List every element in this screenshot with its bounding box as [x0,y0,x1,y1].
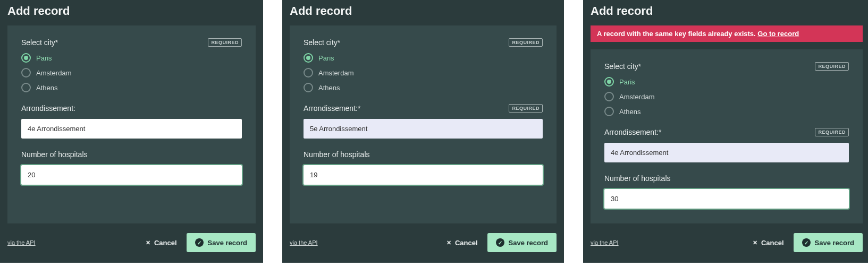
radio-label: Paris [36,54,52,62]
radio-indicator-icon [21,68,31,77]
arrondissement-input[interactable] [304,119,543,139]
save-button[interactable]: ✓ Save record [487,233,557,252]
cancel-label: Cancel [154,239,177,247]
check-circle-icon: ✓ [195,238,204,247]
arrondissement-label: Arrondissement: [21,104,75,113]
form-footer: via the API ✕ Cancel ✓ Save record [290,233,557,252]
hospitals-input[interactable] [604,189,849,209]
field-arrondissement: Arrondissement:* REQUIRED [604,128,849,162]
field-header: Number of hospitals [304,150,543,159]
hospitals-input[interactable] [21,165,242,185]
radio-athens[interactable]: Athens [21,83,242,92]
check-circle-icon: ✓ [496,238,504,247]
form-card: Select city* REQUIRED Paris Amsterdam At… [591,49,863,223]
radio-label: Amsterdam [318,69,353,77]
save-label: Save record [815,239,854,247]
cancel-label: Cancel [761,239,784,247]
field-hospitals: Number of hospitals [21,150,242,185]
radio-athens[interactable]: Athens [604,107,849,116]
field-city: Select city* REQUIRED Paris Amsterdam At… [304,38,543,92]
radio-label: Amsterdam [36,69,71,77]
radio-indicator-icon [304,53,313,63]
add-record-panel: Add record A record with the same key fi… [583,0,868,263]
hospitals-label: Number of hospitals [304,150,370,159]
api-link[interactable]: via the API [591,239,619,246]
radio-indicator-icon [604,107,614,116]
save-label: Save record [509,239,548,247]
cancel-label: Cancel [455,239,478,247]
save-button[interactable]: ✓ Save record [794,233,863,252]
field-header: Arrondissement:* REQUIRED [304,104,543,113]
radio-paris[interactable]: Paris [21,53,242,63]
cancel-button[interactable]: ✕ Cancel [446,239,478,247]
form-card: Select city* REQUIRED Paris Amsterdam At… [7,25,256,223]
radio-label: Athens [318,84,340,92]
form-footer: via the API ✕ Cancel ✓ Save record [7,233,256,252]
add-record-panel: Add record Select city* REQUIRED Paris A… [0,0,263,263]
field-arrondissement: Arrondissement: [21,104,242,139]
field-city: Select city* REQUIRED Paris Amsterdam At… [604,62,849,116]
city-label: Select city* [21,38,58,47]
required-badge: REQUIRED [815,128,849,136]
city-radio-group: Paris Amsterdam Athens [604,77,849,116]
arrondissement-input[interactable] [21,119,242,139]
radio-amsterdam[interactable]: Amsterdam [604,92,849,101]
api-link[interactable]: via the API [7,239,36,246]
hospitals-input[interactable] [304,165,543,185]
radio-amsterdam[interactable]: Amsterdam [304,68,543,77]
close-icon: ✕ [446,239,451,246]
close-icon: ✕ [146,239,150,246]
hospitals-label: Number of hospitals [21,150,88,159]
radio-indicator-icon [21,83,31,92]
field-hospitals: Number of hospitals [604,174,849,209]
city-label: Select city* [604,62,641,71]
form-footer: via the API ✕ Cancel ✓ Save record [591,233,863,252]
form-card: Select city* REQUIRED Paris Amsterdam At… [290,25,557,223]
api-link[interactable]: via the API [290,239,318,246]
city-radio-group: Paris Amsterdam Athens [21,53,242,92]
city-radio-group: Paris Amsterdam Athens [304,53,543,92]
radio-label: Amsterdam [619,93,654,101]
go-to-record-link[interactable]: Go to record [757,30,799,38]
radio-paris[interactable]: Paris [604,77,849,87]
field-header: Arrondissement: [21,104,242,113]
radio-athens[interactable]: Athens [304,83,543,92]
required-badge: REQUIRED [208,38,242,47]
radio-indicator-icon [304,68,313,77]
required-badge: REQUIRED [509,38,543,47]
radio-label: Athens [36,84,57,92]
save-button[interactable]: ✓ Save record [187,233,256,252]
radio-amsterdam[interactable]: Amsterdam [21,68,242,77]
city-label: Select city* [304,38,340,47]
radio-label: Paris [619,78,635,86]
arrondissement-label: Arrondissement:* [304,104,360,113]
alert-text: A record with the same key fields alread… [597,30,757,38]
arrondissement-label: Arrondissement:* [604,128,661,136]
radio-paris[interactable]: Paris [304,53,543,63]
page-title: Add record [7,4,256,18]
field-city: Select city* REQUIRED Paris Amsterdam At… [21,38,242,92]
required-badge: REQUIRED [815,62,849,71]
footer-actions: ✕ Cancel ✓ Save record [146,233,256,252]
field-hospitals: Number of hospitals [304,150,543,185]
add-record-panel: Add record Select city* REQUIRED Paris A… [282,0,564,263]
field-header: Number of hospitals [21,150,242,159]
field-header: Select city* REQUIRED [604,62,849,71]
error-alert: A record with the same key fields alread… [591,25,863,42]
cancel-button[interactable]: ✕ Cancel [753,239,784,247]
radio-indicator-icon [604,92,614,101]
page-title: Add record [290,4,557,18]
page-title: Add record [591,4,863,18]
hospitals-label: Number of hospitals [604,174,671,183]
radio-indicator-icon [304,83,313,92]
field-header: Number of hospitals [604,174,849,183]
radio-label: Athens [619,108,641,116]
cancel-button[interactable]: ✕ Cancel [146,239,177,247]
footer-actions: ✕ Cancel ✓ Save record [753,233,863,252]
radio-indicator-icon [604,77,614,87]
radio-indicator-icon [21,53,31,63]
arrondissement-input[interactable] [604,143,849,162]
save-label: Save record [208,239,247,247]
close-icon: ✕ [753,239,757,246]
field-arrondissement: Arrondissement:* REQUIRED [304,104,543,139]
